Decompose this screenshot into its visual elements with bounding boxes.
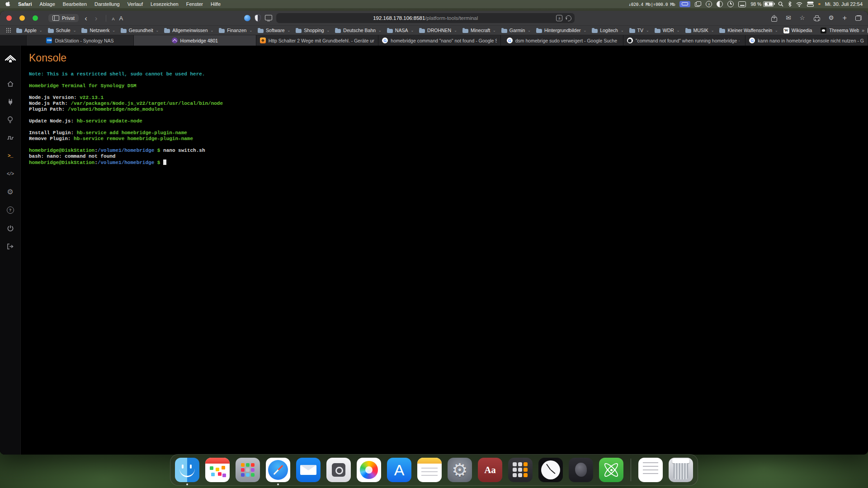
browser-tab[interactable]: homebridge command "nano" not found - Go… [378,35,501,46]
bookmark-item[interactable]: Gesundheit ⌄ [121,28,159,33]
window-zoom-button[interactable] [33,15,38,21]
bookmark-item[interactable]: Apple ⌄ [16,28,42,33]
bluetooth-icon[interactable] [788,1,792,7]
browser-tab[interactable]: DiskStation - Synology NAS [26,35,134,46]
dock-system-settings-icon[interactable] [448,458,472,482]
dock-calendar-icon[interactable] [205,458,230,482]
sidebar-item-terminal[interactable]: >_ [0,147,20,165]
browser-tab[interactable]: dsm homebrige sudo verweigert - Google S… [501,35,623,46]
bookmark-star-icon[interactable]: ☆ [799,15,805,21]
bookmark-item[interactable]: Wikipedia [783,28,815,33]
sidebar-item-accessories[interactable] [0,111,20,129]
sidebar-item-power-options[interactable] [0,219,20,237]
tab-overview-icon[interactable] [855,15,862,21]
menu-item[interactable]: Bearbeiten [63,1,87,7]
address-bar[interactable]: 192.168.178.106:8581/platform-tools/term… [276,13,575,23]
dock-notes-icon[interactable] [417,458,442,482]
clock-utility-icon[interactable] [727,1,734,7]
bookmark-item[interactable]: DROHNEN ⌄ [419,28,457,33]
menu-item[interactable]: Darstellung [94,1,120,7]
bookmark-item[interactable]: Deutsche Bahn ⌄ [335,28,382,33]
sidebar-item-plugins[interactable] [0,93,20,111]
dock-atom-app-icon[interactable] [599,458,623,482]
dock-screenshot-icon[interactable] [326,458,351,482]
menu-bar-datetime[interactable]: Mi. 30. Juli 22:54 [825,1,863,7]
share-icon[interactable] [771,15,777,22]
window-switcher-icon[interactable] [695,1,701,7]
dock-finder-icon[interactable] [175,458,199,482]
sidebar-item-help[interactable]: ? [0,201,20,219]
dock-clock-icon[interactable] [538,458,563,482]
bookmark-item[interactable]: Shopping ⌄ [296,28,330,33]
menu-item[interactable]: Ablage [40,1,55,7]
bookmark-item[interactable]: Netzwerk ⌄ [81,28,115,33]
menu-item[interactable]: Safari [18,1,32,7]
dock-app-store-icon[interactable] [387,458,411,482]
private-browsing-pill[interactable]: Privat [48,14,79,22]
settings-gear-icon[interactable]: ⚙ [829,15,834,21]
spotlight-icon[interactable] [778,1,783,7]
print-icon[interactable] [814,15,820,21]
window-minimize-button[interactable] [19,15,25,21]
sidebar-item-home[interactable] [0,75,20,93]
keyboard-viewer-icon[interactable] [738,1,746,7]
extension-shield-icon[interactable] [255,14,261,22]
bookmark-item[interactable]: WDR ⌄ [655,28,680,33]
dock-calculator-icon[interactable] [508,458,533,482]
bookmark-item[interactable]: Threema Web [820,27,862,34]
bookmark-item[interactable]: Allgemeinwissen ⌄ [164,28,213,33]
bookmark-item[interactable]: Hintergrundbilder ⌄ [536,28,586,33]
bookmarks-overflow-chevron[interactable]: » [859,26,864,35]
menu-item[interactable]: Fenster [186,1,203,7]
bookmark-item[interactable]: Schule ⌄ [48,28,76,33]
bookmark-item[interactable]: Finanzen ⌄ [219,28,252,33]
display-contrast-icon[interactable] [717,1,723,7]
back-button[interactable]: ‹ [83,14,89,22]
screen-mirroring-icon[interactable] [679,1,690,7]
dock-document-icon[interactable] [638,458,663,482]
browser-tab[interactable]: Homebridge 4801 [134,35,256,46]
bookmark-item[interactable]: Logitech ⌄ [592,28,623,33]
reload-icon[interactable] [565,14,573,22]
bookmark-item[interactable]: NASA ⌄ [387,28,414,33]
dock-safari-icon[interactable] [266,458,290,482]
menu-item[interactable]: Lesezeichen [151,1,179,7]
sidebar-item-settings[interactable]: ⚙ [0,183,20,201]
sidebar-item-logs[interactable] [0,129,20,147]
info-circle-icon[interactable]: i [706,1,712,7]
menu-item[interactable]: Hilfe [211,1,221,7]
browser-tab[interactable]: Http Schalter 2 Wege mit Grundbefehl. - … [256,35,379,46]
bookmark-item[interactable]: Minecraft ⌄ [462,28,496,33]
bookmark-item[interactable]: Garmin ⌄ [501,28,531,33]
dock-launchpad-icon[interactable] [236,458,260,482]
sidebar-item-logout[interactable] [0,237,20,255]
dock-photos-icon[interactable] [357,458,381,482]
dock-mail-icon[interactable] [296,458,321,482]
text-size-control[interactable]: A A [106,15,123,22]
browser-tab[interactable]: "command not found" when running homebri… [623,35,746,46]
translate-icon[interactable]: ä [556,15,562,21]
extension-display-icon[interactable] [265,15,272,20]
mail-icon[interactable]: ✉ [786,15,791,21]
sidebar-item-config-editor[interactable]: </> [0,165,20,183]
user-switch-icon[interactable] [807,1,814,7]
dock-trash-icon[interactable] [669,458,693,482]
bookmarks-grid-icon[interactable] [6,28,11,33]
apple-menu-icon[interactable] [5,1,10,7]
forward-button[interactable]: › [93,14,99,22]
new-tab-icon[interactable]: + [843,14,847,22]
terminal-output[interactable]: Note: This is a restricted shell, sudo c… [29,71,868,166]
bookmark-item[interactable]: Kleiner Waffenschein ⌄ [719,28,778,33]
bookmark-item[interactable]: TV ⌄ [629,28,649,33]
extension-sphere-icon[interactable] [244,15,250,21]
dock-dark-app-icon[interactable] [569,458,593,482]
window-close-button[interactable] [6,15,12,21]
bookmark-item[interactable]: Software ⌄ [258,28,290,33]
bookmark-item[interactable]: MUSIK ⌄ [685,28,714,33]
battery-indicator[interactable]: 98 % [750,1,774,7]
dock-dictionary-icon[interactable] [478,458,502,482]
menu-item[interactable]: Verlauf [127,1,143,7]
browser-tab[interactable]: kann nano in homebridge konsole nicht nu… [745,35,868,46]
network-throughput-text[interactable]: ↓020.4 Mb|↑000.0 Mb [628,2,675,7]
wifi-icon[interactable] [796,2,802,7]
